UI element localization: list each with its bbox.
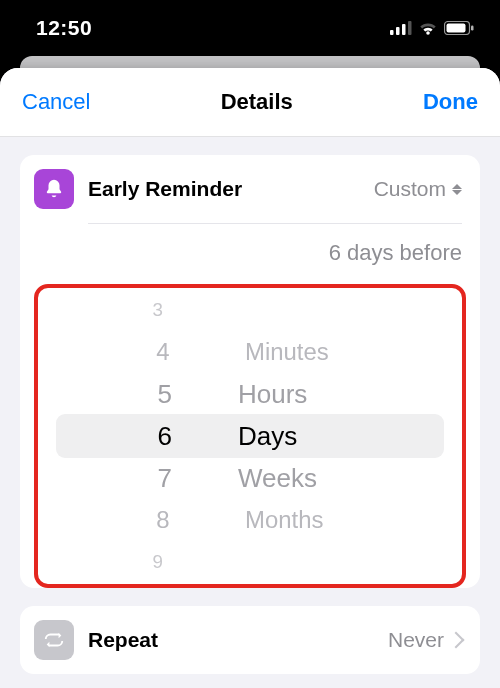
picker-unit-selected[interactable]: Days: [230, 415, 420, 457]
picker-number-option[interactable]: 7: [80, 457, 200, 499]
repeat-value-text: Never: [388, 628, 444, 652]
picker-number-wheel[interactable]: 3 4 5 6 7 8 9: [80, 289, 200, 583]
picker-number-option[interactable]: 3: [97, 295, 183, 325]
svg-rect-6: [447, 24, 466, 33]
bell-icon: [34, 169, 74, 209]
page-title: Details: [221, 89, 293, 115]
picker-unit-option[interactable]: Minutes: [238, 333, 413, 372]
repeat-icon: [34, 620, 74, 660]
status-time: 12:50: [36, 16, 92, 40]
early-reminder-card: Early Reminder Custom 6 days before 3 4 …: [20, 155, 480, 588]
repeat-value: Never: [388, 628, 462, 652]
picker-number-selected[interactable]: 6: [80, 415, 200, 457]
reminder-summary: 6 days before: [20, 224, 480, 280]
updown-chevron-icon: [452, 184, 462, 195]
early-reminder-row[interactable]: Early Reminder Custom: [20, 155, 480, 223]
cellular-icon: [390, 21, 412, 35]
picker-number-option[interactable]: 9: [97, 547, 183, 577]
repeat-label: Repeat: [88, 628, 158, 652]
svg-rect-2: [402, 24, 406, 35]
svg-rect-7: [471, 26, 474, 31]
cancel-button[interactable]: Cancel: [22, 89, 90, 115]
chevron-right-icon: [448, 632, 465, 649]
picker-highlight-annotation: 3 4 5 6 7 8 9 Minutes Hours Days Weeks M…: [34, 284, 466, 588]
repeat-row[interactable]: Repeat Never: [20, 606, 480, 674]
nav-bar: Cancel Details Done: [0, 68, 500, 137]
picker-unit-wheel[interactable]: Minutes Hours Days Weeks Months: [230, 331, 420, 541]
early-reminder-label: Early Reminder: [88, 177, 242, 201]
battery-icon: [444, 21, 474, 35]
details-modal: Cancel Details Done Early Reminder Custo…: [0, 68, 500, 688]
content-area: Early Reminder Custom 6 days before 3 4 …: [0, 137, 500, 688]
early-reminder-value[interactable]: Custom: [374, 177, 462, 201]
svg-rect-0: [390, 30, 394, 35]
picker-number-option[interactable]: 8: [85, 501, 195, 540]
background-sheet-peek: [20, 56, 480, 68]
picker-unit-option[interactable]: Months: [238, 501, 413, 540]
wifi-icon: [418, 21, 438, 35]
picker-number-option[interactable]: 4: [85, 333, 195, 372]
svg-rect-3: [408, 21, 412, 35]
picker-unit-option[interactable]: Hours: [230, 373, 420, 415]
status-indicators: [390, 21, 474, 35]
svg-point-4: [426, 31, 430, 35]
repeat-card: Repeat Never: [20, 606, 480, 674]
svg-rect-1: [396, 27, 400, 35]
picker-unit-option[interactable]: Weeks: [230, 457, 420, 499]
early-reminder-value-text: Custom: [374, 177, 446, 201]
status-bar: 12:50: [0, 0, 500, 56]
done-button[interactable]: Done: [423, 89, 478, 115]
picker-number-option[interactable]: 5: [80, 373, 200, 415]
